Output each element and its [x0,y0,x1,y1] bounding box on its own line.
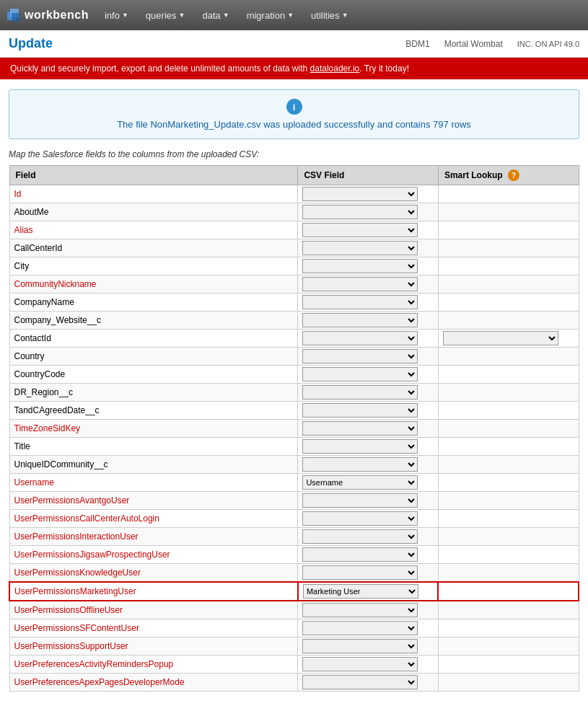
csv-field-cell[interactable] [298,546,439,564]
smart-lookup-cell [438,637,579,656]
csv-field-cell[interactable] [298,492,439,510]
table-row: UserPermissionsMarketingUserMarketing Us… [9,582,579,601]
csv-field-select[interactable] [302,603,418,617]
csv-field-cell[interactable] [298,674,439,692]
field-name-cell: Alias [9,221,298,239]
csv-field-cell[interactable] [298,438,439,456]
nav-info[interactable]: info ▼ [96,0,137,30]
username: Mortal Wombat [444,39,503,49]
nav-migration-arrow-icon: ▼ [287,12,294,19]
csv-field-select[interactable] [302,349,418,363]
csv-field-cell[interactable] [298,275,439,294]
nav-utilities-arrow-icon: ▼ [342,12,348,19]
table-row: UserPermissionsKnowledgeUser [9,564,579,583]
table-row: DR_Region__c [9,384,579,402]
csv-field-cell[interactable] [298,402,439,420]
field-name-cell: City [9,257,298,275]
field-name-cell: TimeZoneSidKey [9,420,298,438]
smart-lookup-help-icon[interactable]: ? [508,169,519,181]
table-row: AboutMe [9,203,579,221]
smart-lookup-select[interactable] [443,331,558,345]
csv-field-select[interactable] [302,675,418,689]
csv-field-cell[interactable] [298,564,439,583]
csv-field-select[interactable] [302,639,418,653]
smart-lookup-cell [438,528,579,546]
csv-field-cell[interactable] [298,294,439,312]
csv-field-cell[interactable] [298,656,439,674]
csv-field-select[interactable]: Marketing User [303,584,418,599]
csv-field-cell[interactable] [298,384,439,402]
field-name-cell: CallCenterId [9,239,298,257]
csv-field-select[interactable] [302,511,418,526]
csv-field-select[interactable] [302,457,418,472]
csv-field-cell[interactable] [298,601,439,619]
csv-field-cell[interactable] [298,420,439,438]
csv-field-select[interactable] [302,403,418,418]
nav-utilities[interactable]: utilities ▼ [302,0,357,30]
field-name-cell: Id [9,185,298,203]
csv-field-select[interactable] [302,277,418,291]
csv-field-cell[interactable] [298,366,439,384]
csv-field-select[interactable] [302,187,418,201]
table-header-row: Field CSV Field Smart Lookup ? [9,166,579,185]
column-header-csv: CSV Field [298,166,439,185]
smart-lookup-cell [438,384,579,402]
smart-lookup-cell[interactable] [438,330,579,348]
dataloader-link[interactable]: dataloader.io [310,63,360,74]
csv-field-select[interactable] [302,493,418,508]
field-name-cell: UserPermissionsSupportUser [9,637,298,656]
csv-field-select[interactable] [302,223,418,237]
field-name-cell: UserPermissionsMarketingUser [9,582,298,601]
page-header: Update BDM1 Mortal Wombat INC. ON API 49… [0,30,588,58]
csv-field-cell[interactable] [298,221,439,239]
smart-lookup-cell [438,185,579,203]
csv-field-cell[interactable] [298,619,439,637]
csv-field-cell[interactable] [298,456,439,474]
csv-field-select[interactable] [302,547,418,562]
csv-field-cell[interactable]: Marketing User [298,582,439,601]
csv-field-select[interactable] [302,385,418,400]
table-row: Alias [9,221,579,239]
csv-field-select[interactable] [302,565,418,580]
csv-field-select[interactable] [302,529,418,544]
csv-field-select[interactable] [302,421,418,436]
nav-data[interactable]: data ▼ [193,0,237,30]
csv-field-select[interactable] [302,367,418,381]
field-name-cell: UniqueIDCommunity__c [9,456,298,474]
table-row: Title [9,438,579,456]
csv-field-select[interactable] [302,205,418,219]
table-row: UserPermissionsInteractionUser [9,528,579,546]
csv-field-cell[interactable] [298,203,439,221]
csv-field-cell[interactable] [298,510,439,528]
nav-migration[interactable]: migration ▼ [238,0,302,30]
csv-field-select[interactable] [302,657,418,671]
csv-field-cell[interactable] [298,239,439,257]
csv-field-cell[interactable] [298,330,439,348]
csv-field-select[interactable] [302,439,418,454]
csv-field-cell[interactable] [298,637,439,656]
csv-field-select[interactable] [302,331,418,345]
csv-field-cell[interactable] [298,528,439,546]
csv-field-select[interactable] [302,241,418,255]
nav-queries[interactable]: queries ▼ [137,0,194,30]
column-header-smart: Smart Lookup ? [438,166,579,185]
svg-rect-2 [12,13,20,22]
csv-field-cell[interactable] [298,185,439,203]
csv-field-select[interactable] [302,259,418,273]
table-row: ContactId [9,330,579,348]
csv-field-select[interactable]: Username [302,475,418,490]
field-name-cell: UserPreferencesApexPagesDeveloperMode [9,674,298,692]
csv-field-select[interactable] [302,313,418,327]
smart-lookup-cell [438,348,579,366]
field-name-cell: UserPermissionsSFContentUser [9,619,298,637]
table-row: UserPreferencesActivityRemindersPopup [9,656,579,674]
csv-field-cell[interactable] [298,257,439,275]
page-title: Update [9,36,405,51]
csv-field-select[interactable] [302,295,418,309]
csv-field-cell[interactable] [298,312,439,330]
table-row: UserPreferencesApexPagesDeveloperMode [9,674,579,692]
csv-field-select[interactable] [302,621,418,635]
smart-lookup-cell [438,275,579,294]
csv-field-cell[interactable]: Username [298,474,439,492]
csv-field-cell[interactable] [298,348,439,366]
